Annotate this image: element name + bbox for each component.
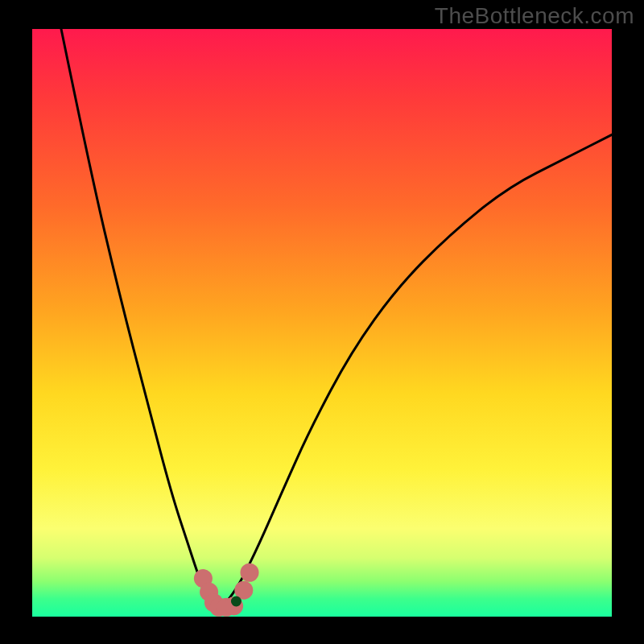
watermark-text: TheBottleneck.com	[435, 3, 634, 29]
plot-background	[32, 29, 612, 617]
marker-green-dot	[231, 597, 242, 607]
marker-right-bump-2	[240, 564, 258, 582]
chart-frame: TheBottleneck.com	[0, 0, 644, 644]
bottleneck-chart	[0, 0, 644, 644]
